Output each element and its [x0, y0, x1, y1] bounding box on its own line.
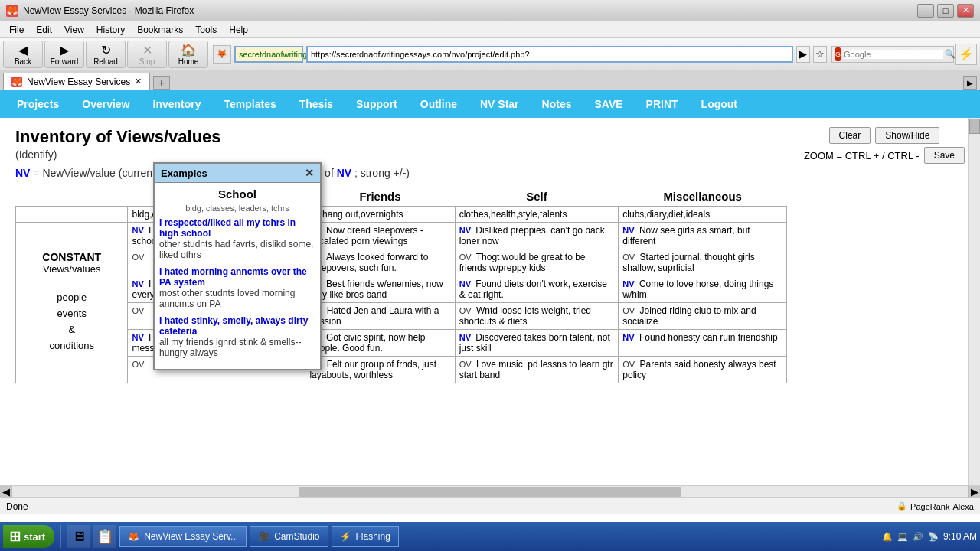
friends-row2-nv: Best friends w/enemies, now they like br…	[309, 279, 443, 300]
left-panel-header	[16, 187, 128, 207]
taskbar-item-flashing[interactable]: ⚡ Flashing	[332, 526, 399, 547]
nv-label-m2: NV	[622, 279, 636, 289]
nv-label-s1: NV	[132, 226, 145, 235]
window-controls[interactable]: _ □ ✕	[917, 4, 974, 18]
reload-button[interactable]: ↻ Reload	[86, 41, 126, 68]
menu-tools[interactable]: Tools	[189, 23, 223, 37]
friends-header: Friends	[305, 187, 455, 207]
page-header: Inventory of Views/values (Identify)	[15, 127, 221, 161]
nav-print[interactable]: PRINT	[635, 93, 689, 115]
search-box: G 🔍	[831, 46, 954, 63]
taskbar: ⊞ start 🖥 📋 🦊 NewView Essay Serv... 🎥 Ca…	[0, 522, 980, 551]
popup-close-button[interactable]: ✕	[305, 167, 314, 179]
nav-logout[interactable]: Logout	[691, 93, 748, 115]
taskbar-firefox-label: NewView Essay Serv...	[144, 531, 238, 542]
menu-edit[interactable]: Edit	[30, 23, 58, 37]
constant-sub: Views/values	[20, 263, 123, 275]
show-hide-button[interactable]: Show/Hide	[875, 127, 939, 144]
firefox-icon: 🦊	[128, 531, 139, 542]
back-icon: ◀	[18, 43, 28, 57]
page-title: Inventory of Views/values	[15, 127, 221, 147]
self-row1-ov: Thogt would be great to be friends w/pre…	[459, 252, 586, 273]
scroll-right-button[interactable]: ▶	[968, 486, 980, 498]
clear-button[interactable]: Clear	[829, 127, 871, 144]
scrollbar-thumb[interactable]	[969, 119, 980, 134]
nav-projects[interactable]: Projects	[6, 93, 70, 115]
popup-entry1-ov: other studnts had favrts, dislikd some, …	[159, 239, 315, 260]
friends-row2-nv-cell: NV Best friends w/enemies, now they like…	[305, 276, 455, 303]
taskbar-item-firefox[interactable]: 🦊 NewView Essay Serv...	[119, 526, 247, 547]
nav-nvstar[interactable]: NV Star	[469, 93, 530, 115]
taskbar-divider	[60, 525, 61, 548]
minimize-button[interactable]: _	[917, 4, 934, 18]
save-button[interactable]: Save	[924, 147, 965, 164]
misc-row3-ov-cell: OV Parents said honesty always best poli…	[619, 357, 787, 383]
nav-templates[interactable]: Templates	[214, 93, 287, 115]
home-button[interactable]: 🏠 Home	[168, 41, 208, 68]
menu-help[interactable]: Help	[223, 23, 254, 37]
search-input[interactable]	[844, 50, 943, 59]
nav-inventory[interactable]: Inventory	[142, 93, 212, 115]
self-row3-nv: Discovered takes born talent, not just s…	[459, 332, 610, 354]
nav-support[interactable]: Support	[345, 93, 408, 115]
browser-icon: 🦊	[6, 5, 18, 17]
address-input[interactable]	[306, 46, 793, 63]
self-header: Self	[455, 187, 619, 207]
tab-close-button[interactable]: ✕	[135, 77, 142, 86]
nv-label: NV	[15, 167, 30, 179]
address-domain[interactable]: secretdnaofwritingessays.com	[234, 46, 303, 63]
address-go-button[interactable]: ▶	[796, 46, 810, 63]
scrollbar-h-thumb[interactable]	[299, 487, 681, 497]
misc-subheader: clubs,diary,diet,ideals	[619, 207, 787, 223]
menu-bookmarks[interactable]: Bookmarks	[131, 23, 189, 37]
taskbar-task-switch[interactable]: 📋	[93, 525, 116, 548]
friends-row3-nv: Got civic spirit, now help people. Good …	[309, 332, 425, 354]
taskbar-camstudio-label: CamStudio	[274, 531, 319, 542]
left-panel-subheader	[16, 207, 128, 223]
nav-outline[interactable]: Outline	[410, 93, 468, 115]
maximize-button[interactable]: □	[937, 4, 954, 18]
toolbar-extra-button[interactable]: ⚡	[956, 44, 977, 65]
misc-row2-ov: Joined riding club to mix and socialize	[622, 305, 756, 327]
flashing-icon: ⚡	[340, 531, 351, 542]
constant-title: CONSTANT	[20, 251, 123, 263]
friends-row3-nv-cell: NV Got civic spirit, now help people. Go…	[305, 330, 455, 357]
scrollbar-vertical[interactable]	[968, 118, 980, 485]
back-button[interactable]: ◀ Back	[3, 41, 43, 68]
nav-thesis[interactable]: Thesis	[289, 93, 344, 115]
friends-row2-ov-cell: OV Hated Jen and Laura with a passion	[305, 303, 455, 330]
taskbar-show-desktop[interactable]: 🖥	[67, 525, 90, 548]
menu-history[interactable]: History	[90, 23, 131, 37]
taskbar-item-camstudio[interactable]: 🎥 CamStudio	[250, 526, 328, 547]
misc-row1-nv-cell: NV Now see girls as smart, but different	[619, 223, 787, 249]
browser-tab[interactable]: 🦊 NewView Essay Services ✕	[3, 73, 150, 90]
reload-label: Reload	[93, 57, 118, 66]
menu-file[interactable]: File	[3, 23, 30, 37]
menu-view[interactable]: View	[58, 23, 90, 37]
forward-button[interactable]: ▶ Forward	[44, 41, 84, 68]
top-controls: Clear Show/Hide ZOOM = CTRL + / CTRL - S…	[804, 127, 965, 164]
ov-label-se3: OV	[459, 360, 474, 369]
start-button[interactable]: ⊞ start	[3, 525, 54, 548]
tab-scroll-right[interactable]: ▶	[963, 76, 977, 90]
taskbar-notification-icon4: 📡	[928, 532, 939, 542]
misc-row3-nv: Found honesty can ruin friendship	[639, 332, 778, 343]
taskbar-notification-icon1: 🔔	[882, 532, 893, 542]
friends-subheader: un,hang out,overnights	[305, 207, 455, 223]
search-button[interactable]: 🔍	[945, 49, 956, 59]
scrollbar-horizontal[interactable]: ◀ ▶	[0, 485, 980, 497]
nav-overview[interactable]: Overview	[71, 93, 140, 115]
close-button[interactable]: ✕	[957, 4, 974, 18]
bookmark-star[interactable]: ☆	[813, 46, 827, 63]
popup-subheader: bldg, classes, leaders, tchrs	[159, 204, 315, 213]
scroll-left-button[interactable]: ◀	[0, 486, 12, 498]
window-title: NewView Essay Services - Mozilla Firefox	[23, 5, 917, 16]
new-tab-button[interactable]: +	[153, 76, 170, 90]
misc-row1-ov-cell: OV Started journal, thought girls shallo…	[619, 249, 787, 276]
popup-header: Examples ✕	[155, 164, 320, 183]
nav-save[interactable]: SAVE	[583, 93, 633, 115]
self-row2-nv-cell: NV Found diets don't work, exercise & ea…	[455, 276, 619, 303]
nav-notes[interactable]: Notes	[531, 93, 583, 115]
popup-entry3-nv: I hated stinky, smelly, always dirty caf…	[159, 315, 315, 337]
stop-button[interactable]: ✕ Stop	[127, 41, 167, 68]
